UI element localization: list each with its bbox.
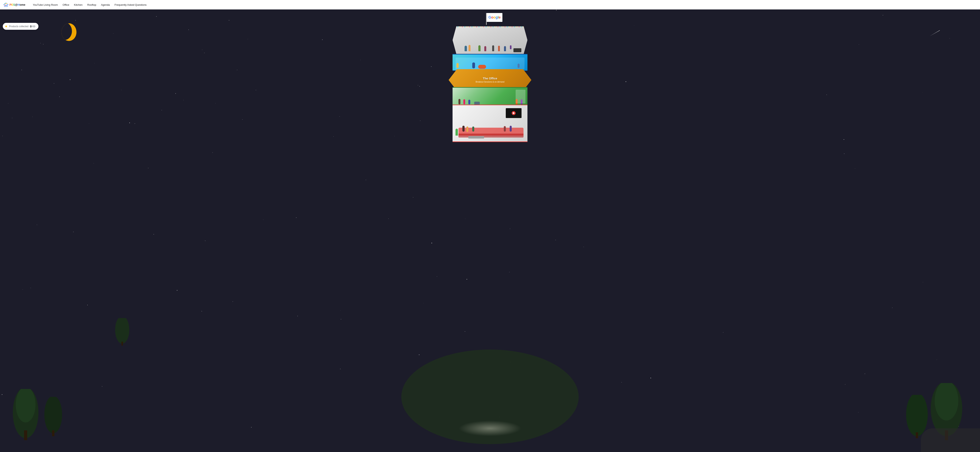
svg-rect-3 <box>6 3 7 4</box>
star <box>162 110 162 110</box>
star <box>183 100 184 100</box>
star <box>156 16 157 17</box>
nav-item-rooftop[interactable]: Rooftop <box>85 2 99 8</box>
star <box>54 83 54 84</box>
badge-current: 0 <box>30 25 32 28</box>
star <box>2 136 3 136</box>
star <box>229 20 229 21</box>
star <box>135 123 135 124</box>
nav-links: YouTube Living Room Office Kitchen Rooft… <box>31 3 149 6</box>
star <box>188 30 189 30</box>
star <box>175 93 176 94</box>
star <box>237 70 237 70</box>
star <box>242 119 243 120</box>
nav-item-agenda[interactable]: Agenda <box>99 2 112 8</box>
svg-rect-5 <box>6 5 7 6</box>
star <box>113 33 113 34</box>
badge-total: 49 <box>32 25 35 28</box>
badge-label: Products collected <box>9 25 29 28</box>
nav-item-faq[interactable]: Frequently Asked Questions <box>113 2 149 8</box>
logo-text: PES@Home <box>10 3 25 6</box>
badge-count: 0/49 <box>30 25 35 28</box>
main-scene: Google <box>0 10 269 143</box>
star <box>129 122 130 123</box>
star <box>32 117 33 117</box>
navigation: PES@Home YouTube Living Room Office Kitc… <box>0 0 269 10</box>
star <box>75 20 76 21</box>
star <box>70 79 70 80</box>
star <box>202 50 202 50</box>
stars-background <box>0 10 269 143</box>
star <box>43 44 44 44</box>
nav-item-kitchen[interactable]: Kitchen <box>72 2 84 8</box>
moon <box>61 23 77 41</box>
svg-rect-4 <box>5 5 6 6</box>
logo-icon <box>3 2 9 8</box>
star <box>21 70 22 70</box>
nav-item-office[interactable]: Office <box>61 2 72 8</box>
products-badge: ★ Products collected 0/49 <box>3 23 38 30</box>
star-icon: ★ <box>5 24 8 28</box>
logo-link[interactable]: PES@Home <box>3 2 25 8</box>
star <box>40 43 41 43</box>
star <box>256 90 256 90</box>
star <box>12 118 12 118</box>
star <box>59 97 60 97</box>
star <box>204 53 205 53</box>
nav-item-youtube-living-room[interactable]: YouTube Living Room <box>31 2 60 8</box>
svg-rect-2 <box>5 3 6 4</box>
